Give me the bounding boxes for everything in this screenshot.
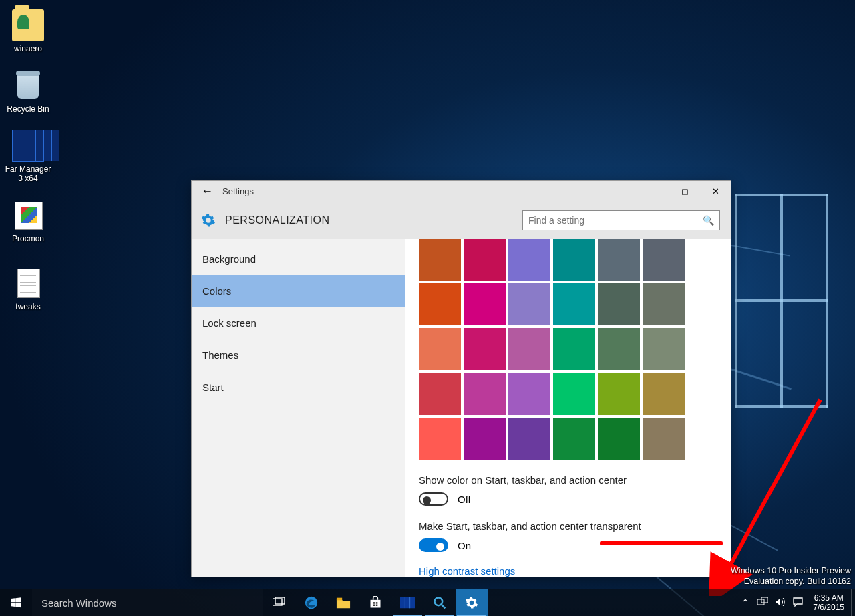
color-swatch[interactable] [643, 239, 685, 281]
color-swatch[interactable] [553, 283, 595, 325]
color-swatch[interactable] [553, 373, 595, 415]
taskbar-clock[interactable]: 6:35 AM 7/6/2015 [806, 593, 851, 612]
taskbar-app-explorer[interactable] [327, 589, 359, 616]
desktop-icon-procmon[interactable]: Procmon [3, 199, 53, 243]
color-swatch[interactable] [419, 239, 461, 281]
svg-rect-8 [373, 605, 375, 607]
desktop-icon-winaero[interactable]: winaero [3, 9, 53, 53]
tray-action-center-icon[interactable] [789, 597, 806, 609]
color-swatch[interactable] [598, 373, 640, 415]
sidebar-item-colors[interactable]: Colors [192, 275, 405, 307]
back-button[interactable]: ← [192, 184, 222, 198]
color-swatch[interactable] [598, 239, 640, 281]
color-swatch[interactable] [598, 418, 640, 460]
notification-icon [793, 597, 803, 607]
desktop-icon-tweaks[interactable]: tweaks [3, 267, 53, 311]
maximize-button[interactable]: ◻ [669, 181, 700, 202]
color-swatch[interactable] [464, 328, 506, 370]
color-swatch[interactable] [508, 418, 550, 460]
taskbar-app-edge[interactable] [295, 589, 327, 616]
color-swatch[interactable] [508, 328, 550, 370]
sidebar-item-background[interactable]: Background [192, 243, 405, 275]
minimize-button[interactable]: – [639, 181, 669, 202]
sidebar-item-lock-screen[interactable]: Lock screen [192, 307, 405, 339]
link-high-contrast[interactable]: High contrast settings [419, 565, 515, 577]
annotation-underline [600, 541, 723, 545]
color-swatch[interactable] [464, 283, 506, 325]
sidebar-item-label: Colors [202, 285, 231, 297]
color-swatch[interactable] [643, 373, 685, 415]
color-swatch[interactable] [419, 418, 461, 460]
toggle-transparent[interactable] [419, 538, 448, 552]
taskbar-app-far-manager[interactable] [391, 589, 423, 616]
edge-icon [304, 595, 319, 610]
color-swatch[interactable] [508, 239, 550, 281]
watermark: Windows 10 Pro Insider Preview Evaluatio… [731, 565, 851, 587]
color-swatch[interactable] [464, 239, 506, 281]
folder-icon [12, 9, 44, 41]
sidebar-item-start[interactable]: Start [192, 371, 405, 403]
color-swatch[interactable] [419, 328, 461, 370]
taskbar: Search Windows ⌃ 6:35 AM [0, 589, 855, 616]
color-swatch[interactable] [419, 283, 461, 325]
sidebar-item-label: Start [202, 381, 224, 393]
taskbar-app-procmon[interactable] [423, 589, 456, 616]
task-view-button[interactable] [263, 589, 295, 616]
sidebar-item-themes[interactable]: Themes [192, 339, 405, 371]
toggle-show-color[interactable] [419, 492, 448, 506]
color-swatch[interactable] [419, 373, 461, 415]
taskbar-app-settings[interactable] [456, 589, 488, 616]
store-icon [369, 596, 382, 609]
search-box[interactable]: 🔍 [522, 210, 720, 230]
start-button[interactable] [0, 589, 32, 616]
color-swatch[interactable] [553, 239, 595, 281]
speaker-icon [775, 597, 786, 607]
taskbar-search[interactable]: Search Windows [32, 589, 263, 616]
content-pane: Show color on Start, taskbar, and action… [405, 239, 731, 577]
titlebar[interactable]: ← Settings – ◻ ✕ [192, 181, 731, 202]
show-desktop-button[interactable] [851, 589, 855, 616]
tray-network-icon[interactable] [754, 597, 772, 609]
sidebar: Background Colors Lock screen Themes Sta… [192, 239, 405, 577]
svg-rect-9 [376, 605, 378, 607]
header-title: PERSONALIZATION [225, 214, 330, 226]
text-file-icon [12, 267, 44, 299]
option-transparent-label: Make Start, taskbar, and action center t… [419, 520, 717, 532]
procmon-icon [12, 199, 44, 231]
color-swatch[interactable] [508, 283, 550, 325]
icon-label: Procmon [3, 234, 53, 243]
settings-window: ← Settings – ◻ ✕ PERSONALIZATION 🔍 Backg… [191, 180, 731, 577]
tray-volume-icon[interactable] [772, 597, 789, 609]
sidebar-item-label: Background [202, 253, 256, 265]
desktop-icon-recycle-bin[interactable]: Recycle Bin [3, 69, 53, 114]
color-swatch[interactable] [643, 418, 685, 460]
color-swatch[interactable] [464, 373, 506, 415]
taskbar-app-store[interactable] [359, 589, 391, 616]
svg-rect-7 [376, 602, 378, 604]
svg-rect-16 [761, 597, 768, 603]
task-view-icon [273, 597, 286, 608]
svg-point-13 [435, 598, 443, 606]
color-swatch[interactable] [508, 373, 550, 415]
folder-icon [336, 596, 351, 609]
toggle-show-color-state: Off [458, 494, 471, 505]
svg-line-0 [720, 400, 820, 584]
color-swatch[interactable] [553, 418, 595, 460]
svg-rect-4 [337, 598, 342, 601]
icon-label: winaero [3, 44, 53, 53]
svg-rect-5 [371, 600, 381, 608]
color-swatch[interactable] [598, 328, 640, 370]
search-icon: 🔍 [703, 215, 714, 226]
search-input[interactable] [528, 215, 703, 226]
far-manager-icon [12, 130, 44, 162]
taskbar-pinned-apps [295, 589, 488, 616]
color-swatch[interactable] [643, 283, 685, 325]
color-swatch[interactable] [553, 328, 595, 370]
desktop-icon-far-manager[interactable]: Far Manager 3 x64 [3, 130, 53, 183]
system-tray: ⌃ 6:35 AM 7/6/2015 [737, 589, 855, 616]
color-swatch[interactable] [643, 328, 685, 370]
color-swatch[interactable] [464, 418, 506, 460]
tray-overflow-button[interactable]: ⌃ [737, 597, 754, 608]
close-button[interactable]: ✕ [700, 181, 731, 202]
color-swatch[interactable] [598, 283, 640, 325]
